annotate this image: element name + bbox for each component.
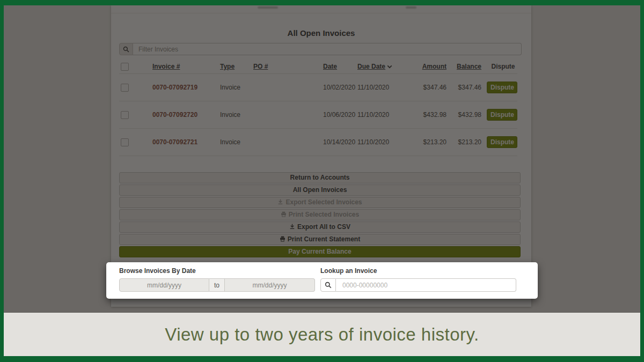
tutorial-frame: All Open Invoices Invoice # Type PO # Da… — [0, 0, 644, 362]
browse-by-date-label: Browse Invoices By Date — [119, 267, 317, 275]
date-from-input[interactable] — [119, 278, 209, 292]
browse-lookup-panel: Browse Invoices By Date to Lookup an Inv… — [106, 262, 538, 299]
search-icon — [320, 278, 336, 292]
lookup-invoice-section: Lookup an Invoice — [320, 267, 516, 299]
caption-band: View up to two years of invoice history. — [4, 312, 640, 356]
date-range-separator: to — [209, 278, 225, 292]
lookup-invoice-label: Lookup an Invoice — [320, 267, 516, 275]
lookup-invoice-input[interactable] — [336, 278, 516, 292]
browse-by-date-section: Browse Invoices By Date to — [119, 267, 317, 299]
date-range-group: to — [119, 278, 317, 292]
tutorial-caption: View up to two years of invoice history. — [165, 324, 479, 345]
lookup-group — [320, 278, 516, 292]
app-viewport: All Open Invoices Invoice # Type PO # Da… — [4, 5, 640, 313]
date-to-input[interactable] — [225, 278, 315, 292]
